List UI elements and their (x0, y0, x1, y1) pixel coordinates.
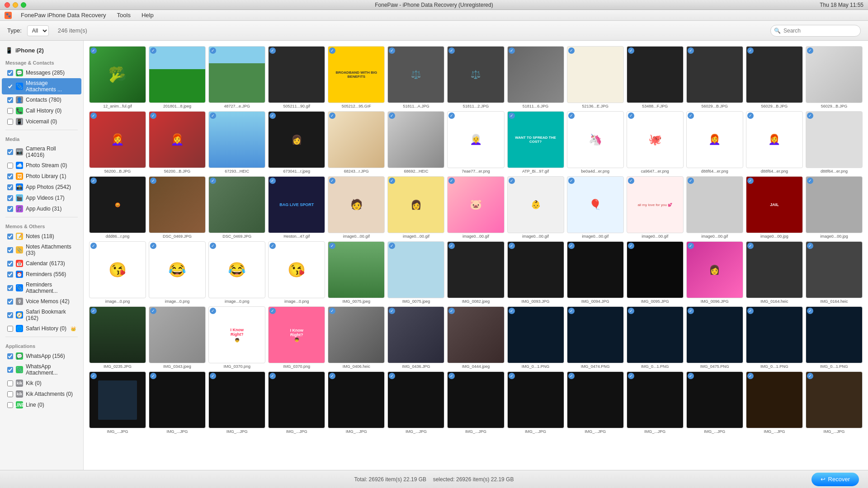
list-item[interactable]: ✓ 56029...B.JPG (686, 46, 743, 108)
list-item[interactable]: ✓ 52136...E.JPG (567, 46, 624, 108)
list-item[interactable]: I KnowRight? 👦 ✓ IMG_0370.png (268, 306, 325, 369)
sidebar-item-app-videos[interactable]: 🎬 App Videos (17) (2, 192, 81, 203)
sidebar-item-whatsapp-attach[interactable]: 📎 WhatsApp Attachment... (2, 361, 81, 378)
list-item[interactable]: ⚖️ ✓ 51811...A.JPG (387, 46, 444, 108)
camera-checkbox[interactable] (7, 149, 13, 155)
list-item[interactable]: 👩‍🦰 ✓ d88f64...er.png (686, 111, 743, 174)
list-item[interactable]: ✓ IMG_...JPG (447, 371, 504, 434)
app-photos-checkbox[interactable] (7, 184, 13, 190)
kik-checkbox[interactable] (7, 380, 13, 386)
sidebar-item-kik[interactable]: kik Kik (0) (2, 378, 81, 389)
list-item[interactable]: ✓ IMG_...JPG (328, 371, 385, 434)
list-item[interactable]: ✓ 67293...HEIC (208, 111, 265, 174)
list-item[interactable]: ⚖️ ✓ 51811...2.JPG (447, 46, 504, 108)
list-item[interactable]: ✓ IMG_...JPG (627, 371, 684, 434)
list-item[interactable]: ✓ IMG_0444.jpeg (447, 306, 504, 369)
list-item[interactable]: ✓ 48727...e.JPG (208, 46, 265, 108)
list-item[interactable]: ✓ 53488...F.JPG (627, 46, 684, 108)
list-item[interactable]: BROADBAND WITH BIG BENEFITS ✓ 505212...9… (328, 46, 385, 108)
sidebar-item-reminders-attach[interactable]: 📎 Reminders Attachment... (2, 280, 81, 296)
list-item[interactable]: ✓ 68692...HEIC (387, 111, 444, 174)
list-item[interactable]: ✓ IMG_...JPG (567, 371, 624, 434)
list-item[interactable]: ✓ IMG_...JPG (89, 371, 146, 434)
list-item[interactable]: ✓ 51811...6.JPG (507, 46, 564, 108)
sidebar-item-contacts[interactable]: 👤 Contacts (780) (2, 94, 81, 105)
list-item[interactable]: ✓ IMG_0...1.PNG (627, 306, 684, 369)
list-item[interactable]: 😘 ✓ image...0.png (268, 241, 325, 304)
list-item[interactable]: ✓ IMG_0164.heic (806, 241, 863, 304)
minimize-button[interactable] (13, 2, 18, 8)
menu-app[interactable]: FonePaw iPhone Data Recovery (19, 12, 108, 19)
list-item[interactable]: I KnowRight? 👦 ✓ IMG_0370.png (208, 306, 265, 369)
list-item[interactable]: ✓ image0...00.jpg (806, 176, 863, 239)
app-videos-checkbox[interactable] (7, 195, 13, 201)
list-item[interactable]: ✓ IMG_0235.JPG (89, 306, 146, 369)
list-item[interactable]: ✓ d88f64...er.png (806, 111, 863, 174)
notes-attach-checkbox[interactable] (7, 247, 13, 253)
list-item[interactable]: 😂 ✓ image...0.png (208, 241, 265, 304)
list-item[interactable]: ✓ IMG_...JPG (149, 371, 206, 434)
kik-attach-checkbox[interactable] (7, 391, 13, 397)
sidebar-item-message-attachments[interactable]: 📎 Message Attachments ... (2, 78, 81, 94)
list-item[interactable]: ✓ IMG_0075.jpeg (328, 241, 385, 304)
list-item[interactable]: 👩 ✓ image0...00.gif (387, 176, 444, 239)
contacts-checkbox[interactable] (7, 97, 13, 103)
sidebar-item-safari-history[interactable]: 🌐 Safari History (0) 👑 (2, 323, 81, 334)
list-item[interactable]: ✓ IMG_...JPG (507, 371, 564, 434)
sidebar-item-photo-library[interactable]: 🖼 Photo Library (1) (2, 171, 81, 182)
wa-attach-checkbox[interactable] (7, 367, 13, 373)
list-item[interactable]: ✓ IMG_...JPG (208, 371, 265, 434)
list-item[interactable]: ✓ IMG_...JPG (686, 371, 743, 434)
list-item[interactable]: ✓ IMG_0095.JPG (627, 241, 684, 304)
bookmark-checkbox[interactable] (7, 312, 13, 318)
list-item[interactable]: 👩 ✓ 673041...r.jpeg (268, 111, 325, 174)
sidebar-item-whatsapp[interactable]: 💬 WhatsApp (156) (2, 351, 81, 361)
list-item[interactable]: JAIL ✓ image0...00.jpg (746, 176, 803, 239)
recover-button[interactable]: ↩ Recover (811, 473, 859, 486)
list-item[interactable]: 😘 ✓ image...0.png (89, 241, 146, 304)
close-button[interactable] (5, 2, 10, 8)
voice-checkbox[interactable] (7, 299, 13, 305)
sidebar-item-line[interactable]: LINE Line (0) (2, 399, 81, 410)
list-item[interactable]: 👩‍🦰 ✓ 56200...B.JPG (149, 111, 206, 174)
type-select[interactable]: All (27, 25, 49, 36)
sidebar-item-voicemail[interactable]: 📳 Voicemail (0) (2, 116, 81, 127)
history-checkbox[interactable] (7, 326, 13, 332)
window-controls[interactable] (5, 2, 26, 8)
sidebar-item-voice-memos[interactable]: 🎙 Voice Memos (42) (2, 296, 81, 307)
list-item[interactable]: 😡 ✓ ddd86...r.png (89, 176, 146, 239)
list-item[interactable]: ✓ IMG_0094.JPG (567, 241, 624, 304)
list-item[interactable]: WANT TO SPREAD THE COST? ✓ ATP_Bi...97.g… (507, 111, 564, 174)
list-item[interactable]: ✓ IMG_...JPG (387, 371, 444, 434)
list-item[interactable]: ✓ IMG_...JPG (806, 371, 863, 434)
sidebar-item-safari-bookmark[interactable]: 🧭 Safari Bookmark (162) (2, 307, 81, 323)
calendar-checkbox[interactable] (7, 261, 13, 267)
app-audio-checkbox[interactable] (7, 206, 13, 212)
list-item[interactable]: 👶 ✓ image0...00.gif (507, 176, 564, 239)
sidebar-item-kik-attach[interactable]: kik Kik Attachments (0) (2, 389, 81, 399)
list-item[interactable]: 🐷 ✓ image0...00.gif (447, 176, 504, 239)
list-item[interactable]: 🧑 ✓ image0...00.gif (328, 176, 385, 239)
whatsapp-checkbox[interactable] (7, 353, 13, 359)
call-checkbox[interactable] (7, 108, 13, 114)
list-item[interactable]: BAG LIVE SPORT ✓ Heston...47.gif (268, 176, 325, 239)
search-input[interactable] (770, 25, 861, 37)
list-item[interactable]: ✓ 56029...B.JPG (806, 46, 863, 108)
list-item[interactable]: ✓ 56029...B.JPG (746, 46, 803, 108)
list-item[interactable]: all my love for you 💕 ✓ image0...00.gif (627, 176, 684, 239)
list-item[interactable]: ✓ image0...00.gif (686, 176, 743, 239)
sidebar-item-call-history[interactable]: 📞 Call History (0) (2, 105, 81, 116)
notes-checkbox[interactable] (7, 234, 13, 239)
list-item[interactable]: 👩 ✓ IMG_0096.JPG (686, 241, 743, 304)
list-item[interactable]: ✓ IMG_...JPG (746, 371, 803, 434)
messages-checkbox[interactable] (7, 70, 13, 76)
sidebar-item-reminders[interactable]: ⏰ Reminders (556) (2, 269, 81, 280)
list-item[interactable]: ✓ IMG_0093.JPG (507, 241, 564, 304)
menu-tools[interactable]: Tools (115, 12, 132, 19)
list-item[interactable]: ✓ IMG_...JPG (268, 371, 325, 434)
list-item[interactable]: 🎈 ✓ image0...00.gif (567, 176, 624, 239)
list-item[interactable]: ✓ IMG_0...1.PNG (507, 306, 564, 369)
sidebar-item-photo-stream[interactable]: ☁️ Photo Stream (0) (2, 160, 81, 171)
list-item[interactable]: 😂 ✓ image...0.png (149, 241, 206, 304)
list-item[interactable]: 👩‍🦰 ✓ d88f64...er.png (746, 111, 803, 174)
